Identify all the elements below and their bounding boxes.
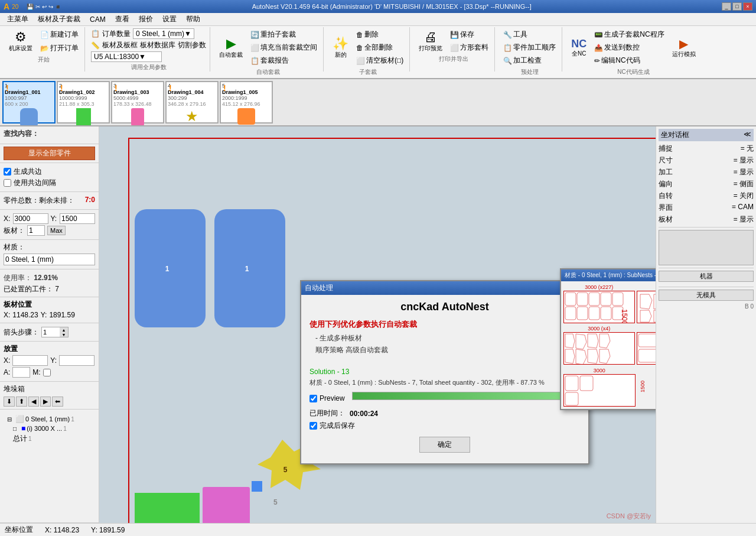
px-input[interactable]	[12, 355, 48, 366]
dir-label: 偏向	[659, 179, 673, 189]
arrow-spin[interactable]: ▲ ▼	[41, 327, 69, 337]
part-thumb-2[interactable]: ! 2 Drawing1_002 10000:9999 211.88 x 305…	[57, 81, 110, 124]
new-icon: ✨	[333, 37, 348, 50]
canvas-area[interactable]: 1 1 2 3 5 5 自动处理 × cncKad AutoNest	[99, 126, 656, 523]
right-sidebar: 坐对话框 ≪ 捕捉 = 无 尺寸 = 显示 加工 = 显示 偏向 = 侧面 自转…	[656, 126, 756, 523]
stack-btn-1[interactable]: ⬇	[4, 397, 15, 407]
minimize-button[interactable]: _	[722, 2, 731, 11]
tree-item-1[interactable]: □ ■ (i) 3000 X ... 1	[6, 424, 93, 433]
display-all-btn[interactable]: 显示全部零件	[4, 147, 95, 160]
check-icon: 🔍	[503, 57, 512, 65]
menu-sheets[interactable]: 板材及子套裁	[33, 13, 85, 25]
gen-nc-label: 生成子套裁NC程序	[604, 30, 664, 40]
cursor-section: 板材位置 X: 1148.23 Y: 1891.59	[0, 297, 99, 323]
restore-button[interactable]: □	[732, 2, 742, 11]
new-order-button[interactable]: 📄 新建订单	[38, 28, 81, 41]
no-tool-btn[interactable]: 无模具	[659, 290, 754, 301]
y-input[interactable]	[60, 213, 95, 224]
open-order-button[interactable]: 📂 打开订单	[38, 42, 81, 54]
nest-grid-5	[637, 332, 656, 365]
material-label: 材质：	[4, 242, 95, 252]
edit-nc-btn[interactable]: ✏ 编辑NC代码	[592, 54, 666, 67]
part-num-2: 2	[58, 82, 109, 89]
part-thumb-5[interactable]: ! 5 Drawing1_005 2000:1999 415.12 x 276.…	[220, 81, 273, 124]
iface-value: = CAM	[732, 203, 754, 213]
pa-input[interactable]	[12, 367, 30, 378]
close-button[interactable]: ×	[743, 2, 752, 11]
stack-btn-3[interactable]: ◀	[28, 397, 39, 407]
re-nest-button[interactable]: 🔄 重拍子套裁	[248, 28, 320, 41]
new-btn[interactable]: ✨ 新的	[330, 35, 351, 60]
clear-sheet-btn[interactable]: ⬜ 清空板材(□)	[354, 54, 406, 67]
save-checkbox[interactable]	[309, 422, 317, 430]
prop-rotate: 自转 = 关闭	[659, 191, 754, 201]
menu-view[interactable]: 查看	[110, 13, 134, 25]
edge-checkbox[interactable]	[4, 168, 11, 176]
rect-nest-btn[interactable]: ⬜ 方形套料	[448, 41, 491, 54]
part-thumb-4[interactable]: ! 4 Drawing1_004 300:299 346.28 x 279.16…	[165, 81, 219, 124]
arrow-value[interactable]	[42, 328, 60, 336]
part-name-4: Drawing1_004	[167, 89, 217, 95]
left-panel: 查找内容： 显示全部零件 生成共边 使用共边间隔 零件总数：剩余未排： 7:0	[0, 126, 99, 523]
ok-button[interactable]: 确定	[419, 437, 470, 453]
auto-nest-button[interactable]: ▶ 自动套裁	[216, 35, 246, 60]
part-thumb-1[interactable]: ! 1 Drawing1_001 1000:997 600 x 200	[2, 81, 56, 124]
tools-btn[interactable]: 🔧 工具	[501, 28, 558, 41]
send-nc-btn[interactable]: 📤 发送到数控	[592, 41, 666, 54]
sheet-value: U5 ALL:18300	[94, 53, 139, 61]
size-label: 尺寸	[659, 155, 673, 165]
fill-space-button[interactable]: ⬜ 填充当前套裁空间	[248, 41, 320, 54]
sidebar-title: 坐对话框 ≪	[659, 129, 754, 141]
part-thumb-3[interactable]: ! 3 Drawing1_003 5000:4999 178.33 x 326.…	[111, 81, 164, 124]
stack-btn-2[interactable]: ⬆	[16, 397, 27, 407]
menu-cam[interactable]: CAM	[85, 14, 110, 25]
print-btn[interactable]: 🖨 打印预览	[416, 29, 445, 54]
nest-report-button[interactable]: 📋 套裁报告	[248, 54, 320, 67]
stack-btn-5[interactable]: ⬅	[52, 397, 63, 407]
py-input[interactable]	[59, 355, 94, 366]
sidebar-expand-icon[interactable]: ≪	[744, 130, 751, 140]
print-icon: 🖨	[424, 31, 437, 44]
menu-main[interactable]: 主菜单	[2, 13, 33, 25]
tree-count-0: 1	[71, 416, 74, 423]
svg-text:5: 5	[273, 498, 278, 506]
spin-down[interactable]: ▼	[60, 332, 68, 337]
autoprocess-dialog: 自动处理 × cncKad AutoNest 使用下列优化参数执行自动套裁 - …	[300, 280, 589, 464]
tree-label-2: 总计	[13, 434, 27, 444]
gen-nc-btn[interactable]: 📟 生成子套裁NC程序	[592, 28, 666, 41]
delete-all-btn[interactable]: 🗑 全部删除	[354, 41, 406, 54]
sheet-max-btn[interactable]: Max	[47, 226, 66, 235]
sheet-combo[interactable]: U5 ALL:18300 ▼	[91, 51, 162, 62]
simulate-btn[interactable]: ▶ 运行模拟	[669, 36, 699, 60]
menu-settings[interactable]: 设置	[158, 13, 181, 25]
tree-item-0[interactable]: ⊟ ⬜ 0 Steel, 1 (mm) 1	[6, 414, 93, 424]
query-title: 查找内容：	[4, 129, 95, 139]
menu-help[interactable]: 帮助	[181, 13, 205, 25]
save-btn[interactable]: 💾 保存	[448, 28, 491, 41]
tree-count-1: 1	[63, 425, 67, 432]
part-name-2: Drawing1_002	[58, 89, 109, 95]
pm-check[interactable]	[43, 369, 51, 376]
delete-btn[interactable]: 🗑 删除	[354, 28, 406, 41]
exclamation-icon-1: !	[6, 83, 9, 93]
machine-settings-button[interactable]: ⚙ 机床设置	[6, 29, 35, 54]
display-all-label: 显示全部零件	[28, 149, 71, 157]
part-num-1: 1	[4, 82, 54, 89]
exclamation-icon-2: !	[60, 83, 63, 93]
part-shape-2	[76, 108, 91, 126]
snap-value: = 无	[741, 144, 754, 154]
machine-btn[interactable]: 机器	[659, 271, 754, 282]
part-order-btn[interactable]: 📋 零件加工顺序	[501, 41, 558, 54]
stack-btn-4[interactable]: ▶	[40, 397, 51, 407]
part-num-4: 4	[167, 82, 217, 89]
preview-checkbox[interactable]	[309, 395, 317, 402]
x-input[interactable]	[13, 213, 48, 224]
material-combo[interactable]: 0 Steel, 1 (mm) ▼	[133, 28, 194, 39]
all-nc-btn[interactable]: NC 全NC	[568, 37, 589, 59]
menu-quote[interactable]: 报价	[134, 13, 158, 25]
machining-check-btn[interactable]: 🔍 加工检查	[501, 54, 558, 67]
sheet-input[interactable]	[27, 225, 45, 236]
bridge-checkbox[interactable]	[4, 179, 11, 187]
ribbon-group-ops: ✨ 新的 🗑 删除 🗑 全部删除 ⬜ 清空板材(□)	[326, 27, 410, 72]
spin-up[interactable]: ▲	[60, 327, 68, 332]
